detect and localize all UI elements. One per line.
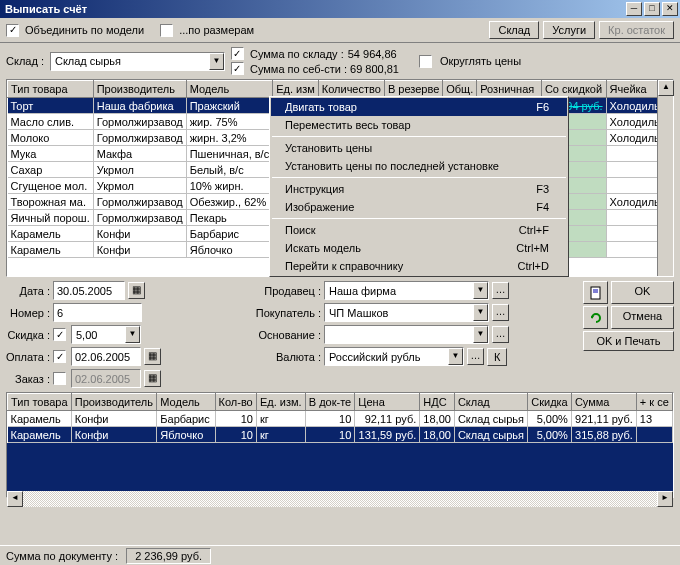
- sum-sklad-label: Сумма по складу :: [250, 48, 344, 60]
- uslugi-button[interactable]: Услуги: [543, 21, 595, 39]
- column-header[interactable]: Со скидкой: [541, 81, 606, 98]
- toolbar: Объединить по модели ...по размерам Скла…: [0, 18, 680, 43]
- column-header[interactable]: Скидка: [528, 394, 572, 411]
- order-date-picker-button[interactable]: ▦: [144, 370, 161, 387]
- buyer-lookup-button[interactable]: …: [492, 304, 509, 321]
- discount-combo[interactable]: 5,00▼: [71, 325, 141, 344]
- minimize-button[interactable]: ─: [626, 2, 642, 16]
- menu-item[interactable]: Перейти к справочникуCtrl+D: [271, 257, 567, 275]
- refresh-button[interactable]: [583, 306, 608, 329]
- sum-sklad-value: 54 964,86: [348, 48, 397, 60]
- products-grid[interactable]: Тип товараПроизводительМодельЕд. измКоли…: [6, 79, 674, 277]
- date-picker-button[interactable]: ▦: [128, 282, 145, 299]
- sum-seb-label: Сумма по себ-сти : 69 800,81: [250, 63, 399, 75]
- scrollbar-vertical[interactable]: ▲: [657, 80, 673, 276]
- round-prices-checkbox[interactable]: [419, 55, 432, 68]
- basis-combo[interactable]: ▼: [324, 325, 489, 344]
- scroll-left-icon[interactable]: ◄: [7, 491, 23, 507]
- column-header[interactable]: Склад: [454, 394, 527, 411]
- column-header[interactable]: НДС: [420, 394, 455, 411]
- document-icon: [589, 286, 603, 300]
- statusbar: Сумма по документу : 2 236,99 руб.: [0, 545, 680, 565]
- date-label: Дата :: [6, 285, 50, 297]
- maximize-button[interactable]: □: [644, 2, 660, 16]
- sklad-button[interactable]: Склад: [489, 21, 539, 39]
- payment-date-picker-button[interactable]: ▦: [144, 348, 161, 365]
- seller-combo[interactable]: Наша фирма▼: [324, 281, 489, 300]
- currency-combo[interactable]: Российский рубль▼: [324, 347, 464, 366]
- column-header[interactable]: Цена: [355, 394, 420, 411]
- header-row: Склад : Склад сырья ▼ Сумма по складу : …: [0, 43, 680, 79]
- column-header[interactable]: Модель: [157, 394, 215, 411]
- menu-separator: [272, 177, 566, 178]
- column-header[interactable]: Кол-во: [215, 394, 256, 411]
- window-title: Выписать счёт: [2, 3, 624, 15]
- discount-checkbox[interactable]: [53, 328, 66, 341]
- basis-lookup-button[interactable]: …: [492, 326, 509, 343]
- sum-sklad-checkbox[interactable]: [231, 47, 244, 60]
- column-header[interactable]: Производитель: [93, 81, 186, 98]
- menu-item[interactable]: Переместить весь товар: [271, 116, 567, 134]
- column-header[interactable]: + к се: [636, 394, 672, 411]
- scrollbar-horizontal[interactable]: ◄ ►: [7, 491, 673, 507]
- combine-by-model-checkbox[interactable]: [6, 24, 19, 37]
- table-row[interactable]: КарамельКонфиБарбарис10кг1092,11 руб.18,…: [8, 411, 673, 427]
- chevron-down-icon[interactable]: ▼: [473, 326, 488, 343]
- buyer-combo[interactable]: ЧП Машков▼: [324, 303, 489, 322]
- discount-label: Скидка :: [6, 329, 50, 341]
- column-header[interactable]: Производитель: [71, 394, 157, 411]
- status-value: 2 236,99 руб.: [126, 548, 211, 564]
- preview-button[interactable]: [583, 281, 608, 304]
- column-header[interactable]: Розничная: [477, 81, 542, 98]
- menu-item[interactable]: Установить цены: [271, 139, 567, 157]
- k-button[interactable]: К: [487, 348, 507, 366]
- column-header[interactable]: Количество: [318, 81, 384, 98]
- menu-item[interactable]: Установить цены по последней установке: [271, 157, 567, 175]
- sklad-combo[interactable]: Склад сырья ▼: [50, 52, 225, 71]
- payment-checkbox[interactable]: [53, 350, 66, 363]
- column-header[interactable]: Общ.: [443, 81, 477, 98]
- menu-item[interactable]: ИзображениеF4: [271, 198, 567, 216]
- chevron-down-icon[interactable]: ▼: [473, 282, 488, 299]
- date-input[interactable]: 30.05.2005: [53, 281, 125, 300]
- cancel-button[interactable]: Отмена: [611, 306, 674, 329]
- chevron-down-icon[interactable]: ▼: [473, 304, 488, 321]
- menu-item[interactable]: Искать модельCtrl+M: [271, 239, 567, 257]
- column-header[interactable]: В резерве: [384, 81, 442, 98]
- scroll-right-icon[interactable]: ►: [657, 491, 673, 507]
- scroll-up-icon[interactable]: ▲: [658, 80, 674, 96]
- payment-input[interactable]: 02.06.2005: [71, 347, 141, 366]
- column-header[interactable]: Сумма: [571, 394, 636, 411]
- titlebar: Выписать счёт ─ □ ✕: [0, 0, 680, 18]
- currency-lookup-button[interactable]: …: [467, 348, 484, 365]
- ok-print-button[interactable]: OK и Печать: [583, 331, 674, 351]
- column-header[interactable]: Ед. изм.: [256, 394, 305, 411]
- number-input[interactable]: 6: [53, 303, 142, 322]
- menu-item[interactable]: ПоискCtrl+F: [271, 221, 567, 239]
- chevron-down-icon[interactable]: ▼: [125, 326, 140, 343]
- combine-by-model-label: Объединить по модели: [25, 24, 144, 36]
- svg-rect-0: [591, 287, 600, 299]
- ok-button[interactable]: OK: [611, 281, 674, 304]
- column-header[interactable]: Тип товара: [8, 394, 72, 411]
- chevron-down-icon[interactable]: ▼: [209, 53, 224, 70]
- seller-lookup-button[interactable]: …: [492, 282, 509, 299]
- table-row[interactable]: КарамельКонфиЯблочко10кг10131,59 руб.18,…: [8, 427, 673, 443]
- column-header[interactable]: В док-те: [305, 394, 355, 411]
- chevron-down-icon[interactable]: ▼: [448, 348, 463, 365]
- context-menu: Двигать товарF6Переместить весь товарУст…: [269, 96, 569, 277]
- by-sizes-checkbox[interactable]: [160, 24, 173, 37]
- sum-seb-checkbox[interactable]: [231, 62, 244, 75]
- number-label: Номер :: [6, 307, 50, 319]
- column-header[interactable]: Ед. изм: [273, 81, 319, 98]
- document-lines-grid[interactable]: Тип товараПроизводительМодельКол-воЕд. и…: [6, 392, 674, 498]
- menu-item[interactable]: Двигать товарF6: [271, 98, 567, 116]
- column-header[interactable]: Модель: [186, 81, 272, 98]
- column-header[interactable]: Тип товара: [8, 81, 94, 98]
- order-checkbox[interactable]: [53, 372, 66, 385]
- close-button[interactable]: ✕: [662, 2, 678, 16]
- menu-item[interactable]: ИнструкцияF3: [271, 180, 567, 198]
- payment-label: Оплата :: [6, 351, 50, 363]
- sklad-label: Склад :: [6, 55, 44, 67]
- kr-ostatok-button[interactable]: Кр. остаток: [599, 21, 674, 39]
